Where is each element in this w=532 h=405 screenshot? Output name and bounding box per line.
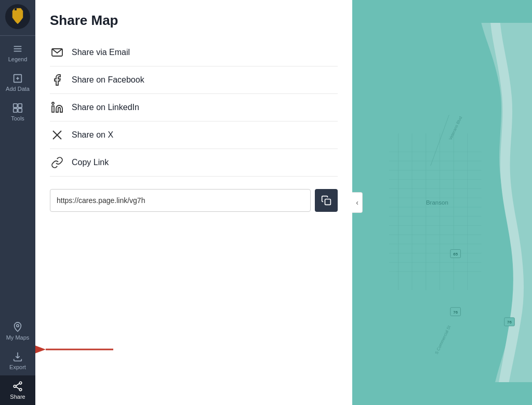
export-icon xyxy=(12,351,23,362)
x-icon xyxy=(50,129,64,141)
sidebar-item-label: Add Data xyxy=(6,86,30,92)
linkedin-icon xyxy=(50,101,64,114)
svg-rect-12 xyxy=(18,109,22,112)
sidebar: Legend Add Data Tools My Maps xyxy=(0,0,35,405)
sidebar-item-label: Export xyxy=(9,364,26,370)
copy-button[interactable] xyxy=(315,189,338,212)
share-linkedin-option[interactable]: Share on LinkedIn xyxy=(50,94,338,122)
svg-point-14 xyxy=(19,382,22,384)
share-facebook-label: Share on Facebook xyxy=(72,75,144,85)
sidebar-item-my-maps[interactable]: My Maps xyxy=(0,316,35,346)
sidebar-item-label: Share xyxy=(10,394,25,400)
map-area: ‹ xyxy=(352,0,532,405)
sidebar-item-share[interactable]: Share xyxy=(0,375,35,405)
copy-icon xyxy=(321,195,331,206)
svg-rect-9 xyxy=(14,104,17,107)
svg-rect-26 xyxy=(325,199,331,205)
svg-marker-2 xyxy=(15,8,17,10)
share-email-option[interactable]: Share via Email xyxy=(50,39,338,66)
share-panel: Share Map Share via Email Share on Faceb… xyxy=(35,0,352,405)
tools-icon xyxy=(12,102,23,114)
map-svg: Veterans Blvd Branson 65 76 76 S Commerc… xyxy=(352,0,532,405)
share-icon xyxy=(12,381,23,392)
svg-point-23 xyxy=(52,102,54,104)
svg-rect-10 xyxy=(18,104,22,107)
facebook-icon xyxy=(50,74,64,86)
map-city-label: Branson xyxy=(426,199,448,206)
share-email-label: Share via Email xyxy=(72,48,130,57)
email-icon xyxy=(50,46,64,59)
collapse-panel-button[interactable]: ‹ xyxy=(352,192,363,213)
sidebar-item-export[interactable]: Export xyxy=(0,346,35,375)
app-logo xyxy=(5,4,30,29)
share-copy-link-label: Copy Link xyxy=(72,158,109,167)
share-x-option[interactable]: Share on X xyxy=(50,122,338,149)
svg-rect-11 xyxy=(14,109,17,112)
svg-text:76: 76 xyxy=(453,310,458,315)
svg-point-13 xyxy=(17,325,19,327)
svg-point-15 xyxy=(14,385,16,388)
svg-point-16 xyxy=(19,388,22,391)
sidebar-item-tools[interactable]: Tools xyxy=(0,97,35,127)
divider-top xyxy=(0,35,35,36)
link-icon xyxy=(50,156,64,169)
svg-line-17 xyxy=(16,384,20,386)
svg-line-18 xyxy=(16,387,20,389)
link-input[interactable] xyxy=(50,189,311,212)
share-panel-title: Share Map xyxy=(50,12,338,29)
my-maps-icon xyxy=(12,321,23,333)
sidebar-item-label: Tools xyxy=(11,115,24,122)
svg-text:76: 76 xyxy=(507,320,512,325)
sidebar-item-legend[interactable]: Legend xyxy=(0,38,35,68)
sidebar-item-label: Legend xyxy=(8,56,28,62)
share-x-label: Share on X xyxy=(72,130,113,140)
svg-text:65: 65 xyxy=(453,252,458,256)
legend-icon xyxy=(12,43,23,55)
share-linkedin-label: Share on LinkedIn xyxy=(72,103,139,112)
share-facebook-option[interactable]: Share on Facebook xyxy=(50,66,338,94)
sidebar-item-label: My Maps xyxy=(6,334,30,341)
svg-rect-22 xyxy=(52,106,54,112)
add-data-icon xyxy=(12,73,23,84)
link-section xyxy=(50,189,338,212)
share-copy-link-option[interactable]: Copy Link xyxy=(50,149,338,177)
sidebar-item-add-data[interactable]: Add Data xyxy=(0,68,35,97)
